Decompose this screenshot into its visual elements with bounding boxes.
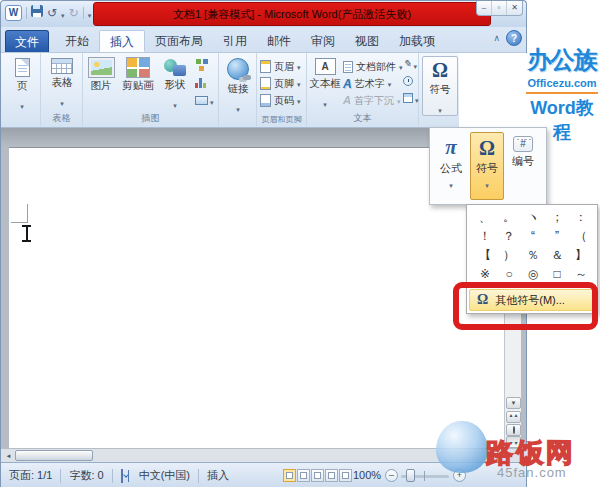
collapse-ribbon-icon[interactable]: ∧ [493,33,500,43]
shapes-label: 形状 [165,78,186,92]
link-globe-icon [227,58,249,80]
symbol-cell[interactable]: ） [497,246,521,265]
symbol-group-button[interactable]: Ω 符号 [422,56,458,116]
shapes-button[interactable]: 形状 [159,56,191,112]
symbol-cell[interactable]: 。 [497,208,521,227]
textbox-button[interactable]: A 文本框 [309,56,341,111]
footer-button[interactable]: 页脚 [260,75,301,92]
window-controls: – ▫ ✕ [476,1,523,16]
date-time-button[interactable] [403,74,413,88]
symbol-cell[interactable]: ＆ [545,246,569,265]
symbol-cell[interactable]: ： [569,208,593,227]
redo-button[interactable]: ↻ [69,5,79,21]
tab-page-layout[interactable]: 页面布局 [145,30,213,52]
quick-parts-button[interactable]: 文档部件 [343,58,403,75]
qat-customize-icon[interactable] [88,4,92,22]
quick-parts-icon [343,61,353,73]
table-label: 表格 [52,76,73,90]
symbol-button[interactable]: Ω 符号 [470,132,504,200]
tab-home[interactable]: 开始 [55,30,99,52]
zoom-level[interactable]: 100% [353,469,381,481]
group-illustrations: 图片 剪贴画 形状 插图 [83,53,219,126]
close-button[interactable]: ✕ [507,1,522,15]
object-button[interactable] [403,91,419,105]
chart-icon [195,77,208,88]
signature-line-button[interactable]: ✎ [403,57,417,71]
dropdown-icon [173,94,177,112]
symbol-cell[interactable]: 】 [569,246,593,265]
page-number-icon [260,94,271,107]
tab-addins[interactable]: 加载项 [389,30,445,52]
tab-references[interactable]: 引用 [213,30,257,52]
minimize-button[interactable]: – [477,1,492,15]
language-indicator[interactable]: 中文(中国) [131,468,198,483]
pages-button[interactable]: 页 [5,56,39,113]
table-button[interactable]: 表格 [45,56,79,110]
maximize-button[interactable]: ▫ [492,1,507,15]
print-layout-view-button[interactable] [283,469,296,482]
officezu-logo: 办公族 [524,44,600,76]
help-button[interactable]: ? [506,30,522,46]
undo-dropdown-icon[interactable] [61,4,65,22]
scroll-down-button[interactable]: ▼ [506,397,521,409]
margin-crop-mark [27,204,28,223]
zoom-out-button[interactable]: – [385,469,398,482]
tab-insert[interactable]: 插入 [99,30,145,52]
object-icon [403,93,413,103]
clipart-button[interactable]: 剪贴画 [119,56,157,93]
symbol-cell[interactable]: 【 [473,246,497,265]
horizontal-scroll-thumb[interactable] [15,450,93,461]
dropdown-icon [297,61,301,72]
wordart-label: 艺术字 [355,77,385,91]
links-button[interactable]: 链接 [222,56,254,116]
web-layout-view-button[interactable] [311,469,324,482]
dropdown-icon [20,95,24,113]
zoom-slider-thumb[interactable] [406,469,415,482]
word-count[interactable]: 字数: 0 [61,468,111,483]
tab-view[interactable]: 视图 [345,30,389,52]
symbol-cell[interactable]: 、 [473,208,497,227]
spell-check-button[interactable] [113,470,131,482]
symbol-cell[interactable]: （ [569,227,593,246]
full-screen-reading-view-button[interactable] [297,469,310,482]
picture-button[interactable]: 图片 [85,56,117,93]
symbol-cell[interactable]: ？ [497,227,521,246]
screenshot-icon [195,96,208,105]
tab-review[interactable]: 审阅 [301,30,345,52]
pen-icon: ✎ [403,59,411,69]
symbol-cell[interactable]: “ [521,227,545,246]
header-button[interactable]: 页眉 [260,58,301,75]
number-label: 编号 [512,154,534,169]
outline-view-button[interactable] [325,469,338,482]
smartart-button[interactable] [195,57,209,71]
margin-crop-mark [11,222,28,223]
group-header-footer: 页眉 页脚 页码 页眉和页脚 [257,53,307,126]
draft-view-button[interactable] [339,469,352,482]
symbol-cell[interactable]: ” [545,227,569,246]
annotation-red-box [453,282,598,330]
insert-mode-indicator[interactable]: 插入 [199,468,237,483]
dropdown-icon [438,99,442,117]
chart-button[interactable] [195,75,208,89]
horizontal-scrollbar[interactable]: ◄ ► [1,448,504,462]
symbol-cell[interactable]: ！ [473,227,497,246]
officezu-tagline: Word教程 [524,96,600,144]
symbol-cell[interactable]: ； [545,208,569,227]
page-number-button[interactable]: 页码 [260,92,301,109]
dropdown-icon [388,78,392,89]
save-button[interactable] [31,5,43,21]
equation-button[interactable]: π 公式 [434,132,468,200]
undo-button[interactable]: ↺ [47,5,57,21]
screenshot-button[interactable] [195,93,214,107]
scroll-left-button[interactable]: ◄ [2,450,15,462]
tab-mailings[interactable]: 邮件 [257,30,301,52]
dropdown-icon [323,93,327,111]
dropdown-icon [449,178,453,190]
tab-file[interactable]: 文件 [5,30,49,52]
word-logo-icon[interactable]: W [5,5,22,21]
symbol-cell[interactable]: ％ [521,246,545,265]
page-indicator[interactable]: 页面: 1/1 [1,468,60,483]
group-text: A 文本框 文档部件 A 艺术字 A [307,53,419,126]
symbol-cell[interactable]: ヽ [521,208,545,227]
wordart-button[interactable]: A 艺术字 [343,75,403,92]
